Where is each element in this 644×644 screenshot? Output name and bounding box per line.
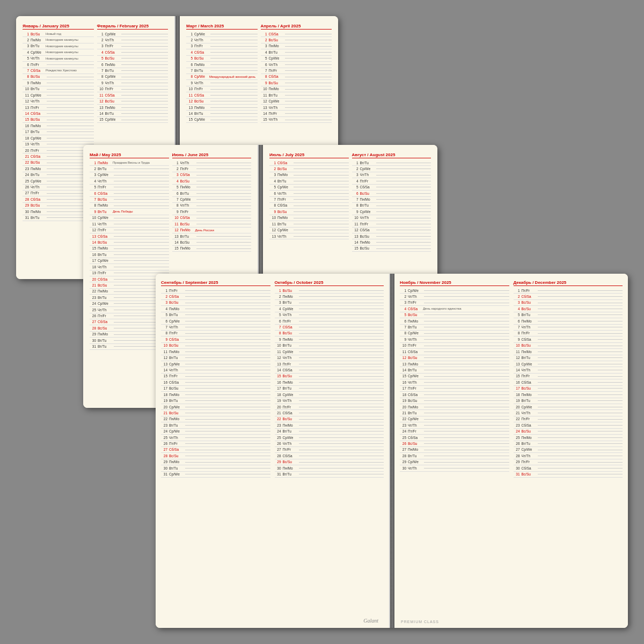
month-title-oct: Октябрь / October 2025 <box>275 280 384 286</box>
month-title-nov: Ноябрь / November 2025 <box>400 280 509 286</box>
brand-label: Galant <box>363 618 378 624</box>
month-title-may: Май / May 2025 <box>90 152 169 158</box>
month-title-mar: Март / March 2025 <box>186 24 258 30</box>
month-title-aug: Август / August 2025 <box>352 152 431 158</box>
page-nov-dec: Ноябрь / November 2025 1Ср/We 2Чт/Th 3Пт… <box>394 274 628 628</box>
month-title-jan: Январь / January 2025 <box>23 24 94 30</box>
month-title-dec: Декабрь / December 2025 <box>514 280 623 286</box>
month-title-jul: Июль / July 2025 <box>269 152 349 158</box>
month-title-feb: Февраль / February 2025 <box>97 24 169 30</box>
premium-label: PREMIUM CLASS <box>401 620 439 624</box>
page-sep-oct: Сентябрь / September 2025 1Пт/Fr 2Сб/Sa … <box>156 274 390 628</box>
notebook-3: Сентябрь / September 2025 1Пт/Fr 2Сб/Sa … <box>156 274 628 628</box>
month-title-jun: Июнь / June 2025 <box>172 152 252 158</box>
month-title-apr: Апрель / April 2025 <box>261 24 332 30</box>
spine-3 <box>390 274 394 628</box>
month-title-sep: Сентябрь / September 2025 <box>161 280 270 286</box>
